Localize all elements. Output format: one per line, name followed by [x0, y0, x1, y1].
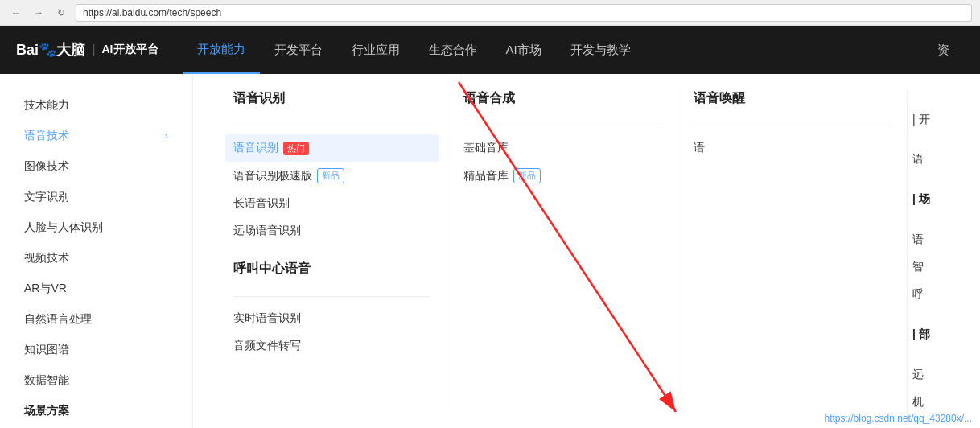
right-panel-voice2: 语 — [912, 226, 952, 253]
nav-item-ecosystem[interactable]: 生态合作 — [414, 26, 492, 74]
badge-new-1: 新品 — [317, 168, 344, 183]
link-long-speech[interactable]: 长语音识别 — [233, 190, 430, 217]
sidebar-item-data-intelligence[interactable]: 数据智能 — [0, 365, 192, 396]
badge-new-2: 新品 — [513, 168, 541, 183]
sidebar: 技术能力 语音技术 › 图像技术 文字识别 人脸与人体识别 视频技术 AR与VR… — [0, 74, 193, 428]
right-panel-machine: 机 — [912, 389, 952, 412]
nav-item-account[interactable]: 资 — [923, 26, 964, 74]
speech-synthesis-section: 语音合成 基础音库 精品音库 新品 — [447, 90, 677, 412]
badge-hot: 热门 — [283, 142, 309, 155]
sidebar-item-tech-capability[interactable]: 技术能力 — [0, 90, 192, 121]
sidebar-item-image-tech[interactable]: 图像技术 — [0, 151, 192, 182]
right-panel-blank4 — [912, 348, 952, 361]
right-panel-partial: | 开 语 | 场 语 智 呼 | 部 远 机 私 — [908, 90, 956, 412]
chevron-right-icon: › — [165, 130, 168, 142]
sidebar-item-ar-vr[interactable]: AR与VR — [0, 274, 192, 304]
sidebar-item-voice-tech[interactable]: 语音技术 › — [0, 121, 192, 151]
url-text: https://ai.baidu.com/tech/speech — [83, 7, 221, 19]
speech-wake-title: 语音唤醒 — [694, 90, 891, 113]
sidebar-item-face-body[interactable]: 人脸与人体识别 — [0, 212, 192, 243]
right-panel-call: 呼 — [912, 281, 952, 308]
url-bar[interactable]: https://ai.baidu.com/tech/speech — [76, 4, 972, 22]
link-basic-voice-library[interactable]: 基础音库 — [463, 134, 661, 162]
sidebar-item-video-tech[interactable]: 视频技术 — [0, 243, 192, 274]
nav-item-dev-platform[interactable]: 开发平台 — [260, 26, 337, 74]
speech-recognition-section: 语音识别 语音识别 热门 语音识别极速版 新品 长语音识别 远场语音识别 呼叫中… — [217, 90, 447, 412]
link-realtime-recognition[interactable]: 实时语音识别 — [233, 305, 430, 332]
link-speech-recognition-express[interactable]: 语音识别极速版 新品 — [233, 162, 430, 190]
link-far-field-speech[interactable]: 远场语音识别 — [233, 217, 430, 245]
speech-wake-section: 语音唤醒 语 — [677, 90, 908, 412]
sidebar-item-ocr[interactable]: 文字识别 — [0, 182, 192, 212]
browser-bar: ← → ↻ https://ai.baidu.com/tech/speech — [0, 0, 980, 26]
nav-item-open-capability[interactable]: 开放能力 — [183, 26, 260, 74]
section-divider-3 — [463, 126, 661, 126]
main-nav: Bai🐾大脑 | AI开放平台 开放能力 开发平台 行业应用 生态合作 AI市场… — [0, 26, 980, 74]
link-premium-voice-library[interactable]: 精品音库 新品 — [463, 162, 661, 190]
right-panel-dept-label: | 部 — [912, 321, 952, 348]
right-panel-blank2 — [912, 213, 952, 226]
section-divider-4 — [694, 126, 891, 126]
dropdown-content: 语音识别 语音识别 热门 语音识别极速版 新品 长语音识别 远场语音识别 呼叫中… — [193, 74, 980, 428]
sidebar-item-knowledge-graph[interactable]: 知识图谱 — [0, 335, 192, 365]
speech-recognition-title: 语音识别 — [233, 90, 430, 113]
right-panel-open-label: | 开 — [912, 106, 952, 134]
nav-item-teaching[interactable]: 开发与教学 — [556, 26, 645, 74]
nav-item-ai-market[interactable]: AI市场 — [492, 26, 556, 74]
link-speech-recognition[interactable]: 语音识别 热门 — [225, 134, 439, 162]
link-speech-wake-item[interactable]: 语 — [694, 134, 891, 162]
content-area: 技术能力 语音技术 › 图像技术 文字识别 人脸与人体识别 视频技术 AR与VR… — [0, 74, 980, 428]
right-panel-voice: 语 — [912, 146, 952, 173]
logo-divider: | — [92, 43, 95, 57]
sidebar-item-scene-solution[interactable]: 场景方案 — [0, 396, 192, 426]
logo-baidu: Bai🐾大脑 — [16, 40, 85, 60]
call-center-title: 呼叫中心语音 — [233, 261, 430, 284]
bottom-link: https://blog.csdn.net/qq_43280x/... — [825, 413, 972, 424]
right-panel-far: 远 — [912, 361, 952, 389]
section-divider-1 — [233, 126, 430, 126]
nav-refresh-button[interactable]: ↻ — [53, 5, 69, 21]
nav-back-button[interactable]: ← — [8, 5, 24, 21]
right-panel-smart: 智 — [912, 253, 952, 281]
speech-synthesis-title: 语音合成 — [463, 90, 661, 113]
logo-area: Bai🐾大脑 | AI开放平台 — [16, 40, 159, 60]
nav-item-industry[interactable]: 行业应用 — [337, 26, 414, 74]
link-audio-transcription[interactable]: 音频文件转写 — [233, 332, 430, 360]
sidebar-item-nlp[interactable]: 自然语言处理 — [0, 304, 192, 335]
section-divider-2 — [233, 296, 430, 297]
nav-forward-button[interactable]: → — [31, 5, 47, 21]
logo-platform: AI开放平台 — [102, 43, 159, 57]
right-panel-blank3 — [912, 308, 952, 321]
right-panel-scene-label: | 场 — [912, 186, 952, 213]
right-panel-blank1 — [912, 173, 952, 186]
